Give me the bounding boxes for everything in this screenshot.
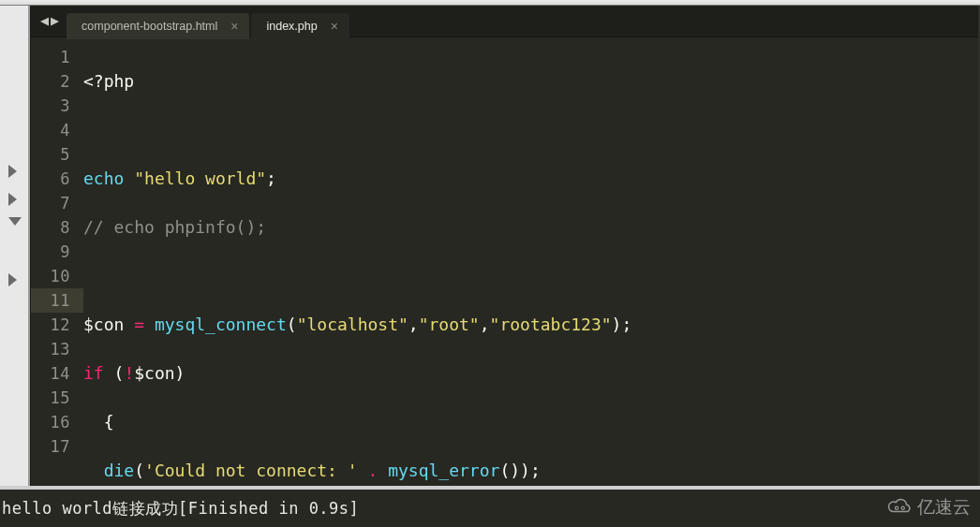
fold-marker-down-icon[interactable]	[8, 217, 22, 226]
code-token: if	[83, 363, 104, 383]
line-number: 11	[31, 288, 83, 313]
nav-forward-icon[interactable]: ▶	[51, 14, 59, 28]
tab-label: index.php	[266, 20, 317, 33]
code-line[interactable]: die('Could not connect: ' . mysql_error(…	[83, 459, 980, 483]
code-token: 'Could not connect: '	[144, 461, 358, 480]
code-token: )	[175, 363, 186, 383]
code-token: !	[124, 363, 134, 383]
code-token: mysql_connect	[155, 315, 287, 334]
code-token: .	[367, 461, 378, 480]
code-line[interactable]	[83, 118, 980, 142]
code-editor: ◀ ▶ component-bootstrap.html × index.php…	[30, 6, 980, 486]
line-number: 3	[31, 94, 70, 118]
code-token: (	[114, 363, 125, 383]
line-number: 16	[31, 410, 70, 434]
code-token	[358, 461, 368, 480]
code-token	[144, 315, 155, 334]
code-line[interactable]: echo "hello world";	[83, 167, 980, 191]
code-body[interactable]: <?php echo "hello world"; // echo phpinf…	[83, 43, 980, 486]
fold-marker-icon[interactable]	[8, 193, 17, 206]
code-token	[124, 315, 134, 334]
php-open-tag: <?	[83, 71, 104, 91]
code-line[interactable]: if (!$con)	[83, 361, 980, 386]
line-number: 6	[31, 167, 70, 191]
nav-back-icon[interactable]: ◀	[40, 14, 49, 28]
code-token: php	[104, 71, 135, 91]
line-number: 17	[31, 434, 70, 459]
close-icon[interactable]: ×	[331, 20, 338, 33]
fold-marker-icon[interactable]	[8, 165, 17, 178]
code-token: $con	[83, 315, 124, 334]
line-number: 8	[31, 215, 70, 240]
line-number: 1	[31, 45, 70, 69]
code-comment: // echo phpinfo();	[83, 217, 266, 237]
code-line[interactable]: $con = mysql_connect("localhost","root",…	[83, 313, 980, 337]
code-token: ()	[499, 461, 520, 480]
code-token: die	[104, 461, 135, 480]
tab-history-nav: ◀ ▶	[35, 14, 67, 28]
code-token	[83, 412, 104, 432]
line-number: 7	[31, 191, 70, 215]
tab-bar: ◀ ▶ component-bootstrap.html × index.php…	[31, 6, 980, 37]
build-output-text: hello world链接成功[Finished in 0.9s]	[0, 490, 980, 527]
code-token: $con	[134, 363, 174, 383]
line-number-gutter: 1 2 3 4 5 6 7 8 9 10 11 12 13 14 15 16 1…	[31, 43, 83, 486]
code-token: )	[520, 461, 530, 480]
code-token: "localhost"	[297, 315, 408, 334]
code-token: ;	[621, 315, 631, 334]
code-token: ;	[530, 461, 541, 480]
code-token: (	[287, 315, 297, 334]
tab-index-php[interactable]: index.php ×	[251, 13, 349, 39]
code-line[interactable]: <?php	[83, 69, 980, 94]
code-token	[104, 363, 114, 383]
fold-gutter	[0, 6, 30, 486]
code-line[interactable]	[83, 264, 980, 288]
line-number: 9	[31, 240, 70, 264]
code-token: ;	[266, 168, 276, 188]
code-token: "hello world"	[134, 168, 266, 188]
line-number: 13	[31, 337, 70, 361]
line-number: 12	[31, 313, 70, 337]
build-output-panel: hello world链接成功[Finished in 0.9s]	[0, 486, 980, 527]
code-token: "root"	[419, 315, 480, 334]
code-token: ,	[480, 315, 490, 334]
fold-marker-icon[interactable]	[8, 273, 17, 286]
line-number: 4	[31, 118, 70, 142]
code-token	[124, 168, 134, 188]
code-token	[83, 461, 104, 480]
line-number: 10	[31, 264, 70, 288]
tab-component-bootstrap[interactable]: component-bootstrap.html ×	[67, 13, 249, 39]
code-line[interactable]: {	[83, 410, 980, 434]
code-token: "rootabc123"	[490, 315, 612, 334]
line-number: 5	[31, 142, 70, 167]
line-number: 14	[31, 361, 70, 386]
code-token	[378, 461, 388, 480]
code-token: echo	[83, 168, 124, 188]
code-token: (	[134, 461, 144, 480]
code-token: mysql_error	[388, 461, 499, 480]
line-number: 15	[31, 386, 70, 410]
code-token: {	[104, 412, 114, 432]
close-icon[interactable]: ×	[230, 20, 238, 33]
code-token: ,	[408, 315, 419, 334]
code-token: =	[134, 315, 144, 334]
tab-label: component-bootstrap.html	[82, 20, 217, 33]
editor-app: ◀ ▶ component-bootstrap.html × index.php…	[0, 6, 980, 486]
line-number: 2	[31, 69, 70, 94]
code-line[interactable]: // echo phpinfo();	[83, 215, 980, 240]
code-token: )	[612, 315, 622, 334]
code-area[interactable]: 1 2 3 4 5 6 7 8 9 10 11 12 13 14 15 16 1…	[31, 37, 980, 486]
